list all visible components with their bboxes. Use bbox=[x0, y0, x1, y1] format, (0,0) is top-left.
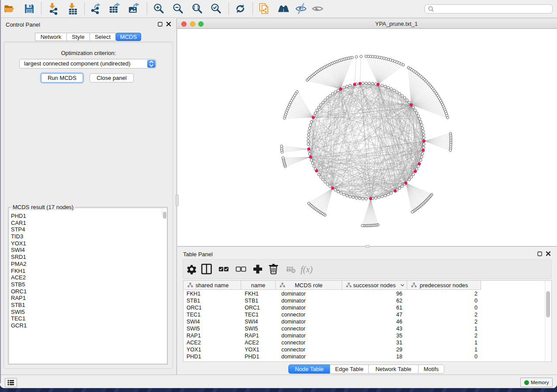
svg-text:f(x): f(x) bbox=[301, 265, 313, 275]
